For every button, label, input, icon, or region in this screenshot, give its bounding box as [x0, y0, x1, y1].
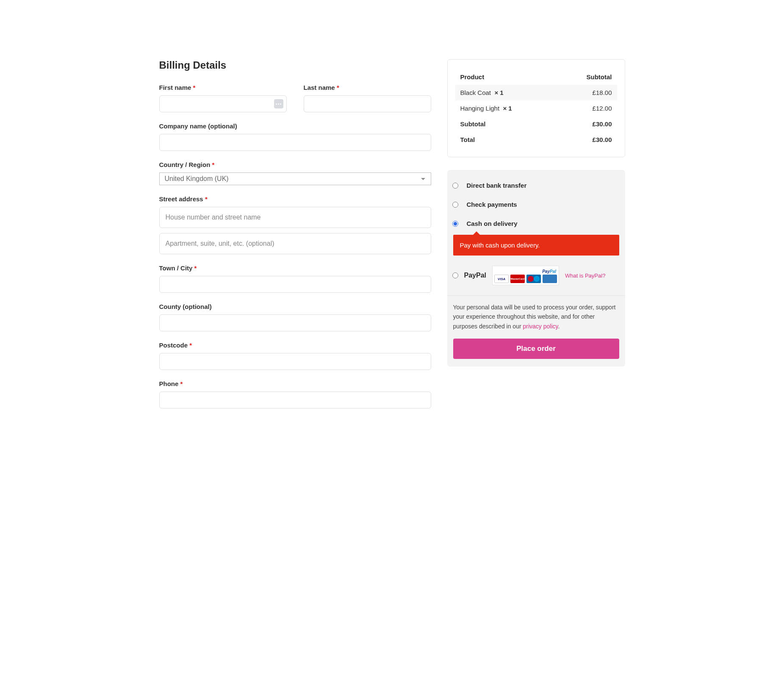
- paypal-radio[interactable]: [452, 272, 458, 278]
- cash-on-delivery-radio[interactable]: [452, 221, 458, 227]
- order-total-label: Total: [460, 136, 475, 143]
- order-total-value: £30.00: [593, 136, 612, 143]
- autofill-icon[interactable]: [274, 99, 283, 108]
- privacy-policy-link[interactable]: privacy policy: [523, 323, 558, 330]
- address-line2-input[interactable]: [159, 233, 431, 254]
- country-select[interactable]: United Kingdom (UK): [159, 172, 431, 185]
- phone-label: Phone *: [159, 379, 431, 388]
- order-subtotal-value: £30.00: [593, 120, 612, 128]
- check-payments-radio[interactable]: [452, 202, 458, 208]
- payment-desc-caret-icon: [473, 231, 480, 235]
- order-header-product: Product: [460, 73, 485, 81]
- company-label: Company name (optional): [159, 122, 431, 131]
- page-title: Billing Details: [159, 59, 431, 71]
- city-label: Town / City *: [159, 264, 431, 272]
- county-label: County (optional): [159, 302, 431, 311]
- company-input[interactable]: [159, 134, 431, 151]
- order-summary: Product Subtotal Black Coat × 1 £18.00 H…: [447, 59, 625, 157]
- what-is-paypal-link[interactable]: What is PayPal?: [565, 272, 605, 279]
- bank-transfer-radio[interactable]: [452, 183, 458, 189]
- order-item-row: Black Coat × 1 £18.00: [455, 85, 617, 100]
- order-subtotal-label: Subtotal: [460, 120, 486, 128]
- first-name-input[interactable]: [159, 95, 287, 112]
- privacy-notice: Your personal data will be used to proce…: [447, 296, 625, 339]
- postcode-input[interactable]: [159, 353, 431, 370]
- postcode-label: Postcode *: [159, 341, 431, 350]
- payment-option-paypal[interactable]: PayPal: [464, 272, 486, 279]
- country-label: Country / Region *: [159, 160, 431, 169]
- payment-option-cod[interactable]: Cash on delivery: [447, 216, 625, 231]
- last-name-input[interactable]: [304, 95, 431, 112]
- order-item-row: Hanging Light × 1 £12.00: [455, 100, 617, 116]
- payment-methods: Direct bank transfer Check payments Cash…: [447, 170, 625, 367]
- county-input[interactable]: [159, 314, 431, 331]
- address-label: Street address *: [159, 195, 431, 203]
- order-header-subtotal: Subtotal: [587, 73, 612, 81]
- phone-input[interactable]: [159, 392, 431, 408]
- payment-method-description: Pay with cash upon delivery.: [453, 235, 619, 256]
- payment-option-bank[interactable]: Direct bank transfer: [447, 178, 625, 193]
- paypal-cards-icon: PayPal VISA MasterCard: [492, 266, 559, 285]
- payment-option-check[interactable]: Check payments: [447, 197, 625, 212]
- first-name-label: First name *: [159, 83, 287, 92]
- last-name-label: Last name *: [304, 83, 431, 92]
- place-order-button[interactable]: Place order: [453, 339, 619, 359]
- city-input[interactable]: [159, 276, 431, 293]
- address-line1-input[interactable]: [159, 207, 431, 228]
